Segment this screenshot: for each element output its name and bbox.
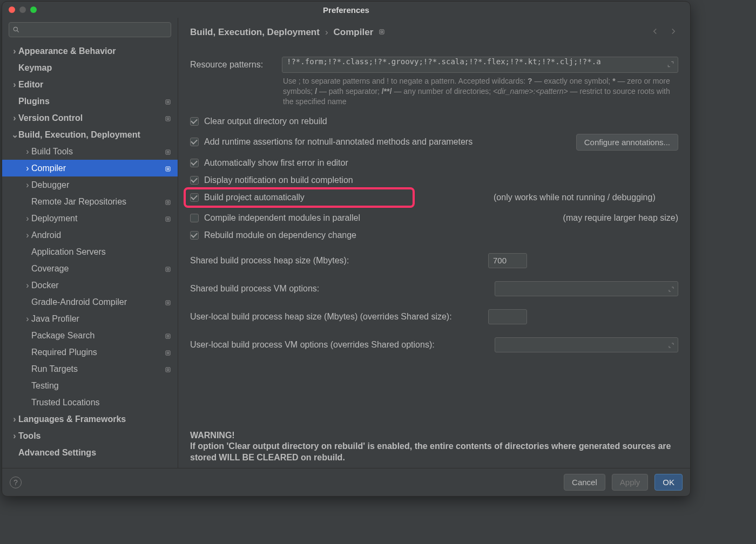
sidebar-item-label: Build, Execution, Deployment: [18, 130, 172, 140]
search-icon: [12, 26, 20, 33]
resource-patterns-input[interactable]: !?*.form;!?*.class;!?*.groovy;!?*.scala;…: [282, 57, 678, 73]
project-settings-icon: [379, 28, 385, 37]
sidebar-item-required-plugins[interactable]: Required Plugins: [2, 344, 178, 361]
window-title: Preferences: [2, 5, 690, 15]
maximize-icon[interactable]: [30, 6, 37, 13]
svg-rect-25: [381, 31, 383, 33]
checkbox-icon: [190, 138, 199, 146]
sidebar-item-build-execution-deployment[interactable]: ⌄Build, Execution, Deployment: [2, 126, 178, 143]
svg-rect-23: [167, 369, 169, 370]
sidebar-item-build-tools[interactable]: ›Build Tools: [2, 143, 178, 160]
sidebar-item-label: Android: [31, 230, 172, 240]
sidebar-item-editor[interactable]: ›Editor: [2, 76, 178, 93]
help-button[interactable]: ?: [10, 477, 22, 488]
sidebar-item-plugins[interactable]: Plugins: [2, 93, 178, 110]
chevron-right-icon: ›: [24, 147, 31, 157]
svg-rect-24: [380, 30, 384, 34]
apply-button[interactable]: Apply: [612, 474, 649, 491]
project-settings-icon: [165, 265, 172, 273]
sidebar-item-label: Remote Jar Repositories: [31, 197, 165, 207]
breadcrumb: Build, Execution, Deployment › Compiler: [190, 27, 373, 38]
sidebar: ›Appearance & BehaviorKeymap›EditorPlugi…: [2, 18, 178, 468]
shared-heap-input[interactable]: [488, 253, 527, 268]
breadcrumb-parent[interactable]: Build, Execution, Deployment: [190, 27, 320, 38]
user-vm-input[interactable]: [495, 337, 678, 352]
sidebar-item-label: Coverage: [31, 264, 165, 274]
user-vm-label: User-local build process VM options (ove…: [190, 340, 435, 350]
breadcrumb-current: Compiler: [334, 27, 374, 38]
auto-show-error-checkbox[interactable]: Automatically show first error in editor: [190, 158, 678, 168]
shared-vm-input[interactable]: [495, 281, 678, 296]
svg-line-1: [17, 31, 19, 32]
forward-button[interactable]: [669, 26, 678, 38]
chevron-right-icon: ›: [24, 164, 31, 173]
svg-rect-14: [166, 267, 170, 271]
expand-icon[interactable]: [667, 60, 674, 70]
notify-on-build-checkbox[interactable]: Display notification on build completion: [190, 175, 678, 185]
resource-patterns-hint: Use ; to separate patterns and ! to nega…: [283, 76, 678, 107]
project-settings-icon: [165, 165, 172, 172]
sidebar-item-keymap[interactable]: Keymap: [2, 59, 178, 76]
ok-button[interactable]: OK: [654, 474, 683, 491]
sidebar-item-tools[interactable]: ›Tools: [2, 427, 178, 444]
close-icon[interactable]: [9, 6, 15, 13]
sidebar-item-remote-jar-repositories[interactable]: Remote Jar Repositories: [2, 193, 178, 210]
sidebar-item-docker[interactable]: ›Docker: [2, 277, 178, 294]
project-settings-icon: [165, 215, 172, 222]
shared-vm-label: Shared build process VM options:: [190, 284, 319, 294]
user-heap-input[interactable]: [488, 309, 527, 324]
svg-rect-16: [166, 301, 170, 305]
resource-patterns-label: Resource patterns:: [190, 60, 282, 70]
configure-annotations-button[interactable]: Configure annotations...: [576, 134, 678, 151]
sidebar-item-label: Application Servers: [31, 247, 172, 257]
search-input[interactable]: [9, 22, 171, 37]
sidebar-item-label: Languages & Frameworks: [18, 414, 172, 424]
back-button[interactable]: [650, 26, 660, 38]
sidebar-item-package-search[interactable]: Package Search: [2, 327, 178, 344]
sidebar-item-label: Testing: [31, 381, 172, 391]
expand-icon[interactable]: [668, 341, 674, 350]
sidebar-item-version-control[interactable]: ›Version Control: [2, 110, 178, 126]
sidebar-item-gradle-android-compiler[interactable]: Gradle-Android Compiler: [2, 294, 178, 310]
project-settings-icon: [165, 148, 172, 155]
sidebar-item-label: Plugins: [18, 97, 165, 106]
checkbox-icon: [190, 193, 199, 202]
clear-output-checkbox[interactable]: Clear output directory on rebuild: [190, 117, 678, 126]
expand-icon[interactable]: [668, 285, 674, 294]
sidebar-item-appearance-behavior[interactable]: ›Appearance & Behavior: [2, 43, 178, 59]
sidebar-item-label: Run Targets: [31, 364, 165, 374]
svg-rect-10: [166, 200, 170, 205]
preferences-window: Preferences ›Appearance & BehaviorKeymap…: [2, 1, 691, 497]
sidebar-item-label: Required Plugins: [31, 348, 165, 357]
sidebar-item-label: Appearance & Behavior: [18, 46, 172, 56]
minimize-icon[interactable]: [19, 6, 26, 13]
sidebar-item-debugger[interactable]: ›Debugger: [2, 176, 178, 193]
sidebar-item-label: Debugger: [31, 180, 172, 190]
project-settings-icon: [165, 332, 172, 339]
sidebar-item-compiler[interactable]: ›Compiler: [2, 160, 178, 176]
svg-rect-15: [167, 268, 169, 270]
sidebar-item-run-targets[interactable]: Run Targets: [2, 361, 178, 377]
build-automatically-checkbox[interactable]: Build project automatically (only works …: [186, 189, 413, 206]
sidebar-item-coverage[interactable]: Coverage: [2, 260, 178, 277]
sidebar-item-java-profiler[interactable]: ›Java Profiler: [2, 310, 178, 327]
sidebar-item-languages-frameworks[interactable]: ›Languages & Frameworks: [2, 411, 178, 427]
sidebar-item-label: Tools: [18, 431, 172, 441]
cancel-button[interactable]: Cancel: [564, 474, 605, 491]
svg-rect-13: [167, 218, 169, 220]
build-auto-note: (only works while not running / debuggin…: [494, 193, 656, 202]
chevron-right-icon: ›: [325, 27, 328, 38]
sidebar-item-android[interactable]: ›Android: [2, 227, 178, 243]
svg-rect-6: [166, 150, 170, 154]
parallel-compile-checkbox[interactable]: Compile independent modules in parallel …: [190, 213, 678, 223]
sidebar-item-trusted-locations[interactable]: Trusted Locations: [2, 394, 178, 411]
rebuild-on-dep-change-checkbox[interactable]: Rebuild module on dependency change: [190, 230, 678, 240]
sidebar-item-application-servers[interactable]: Application Servers: [2, 243, 178, 260]
sidebar-item-deployment[interactable]: ›Deployment: [2, 210, 178, 227]
svg-rect-4: [166, 117, 170, 121]
sidebar-item-advanced-settings[interactable]: Advanced Settings: [2, 444, 178, 461]
dialog-footer: ? Cancel Apply OK: [2, 468, 690, 496]
compiler-settings: Resource patterns: !?*.form;!?*.class;!?…: [178, 43, 690, 468]
sidebar-item-testing[interactable]: Testing: [2, 377, 178, 394]
runtime-assertions-checkbox[interactable]: Add runtime assertions for notnull-annot…: [190, 134, 678, 151]
